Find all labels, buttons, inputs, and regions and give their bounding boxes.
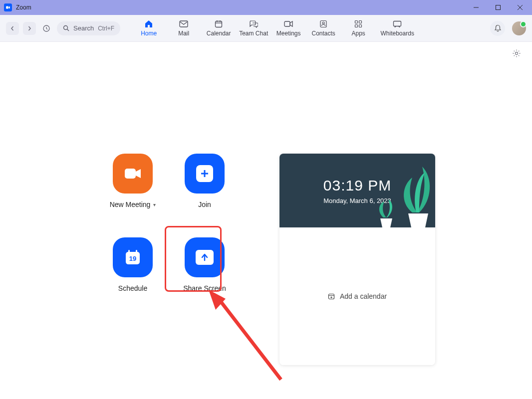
svg-rect-0 [6,6,8,9]
svg-rect-13 [284,21,290,26]
tab-whiteboards[interactable]: Whiteboards [376,17,419,39]
tab-meetings[interactable]: Meetings [271,17,306,39]
share-arrow-icon [196,250,214,265]
profile-avatar[interactable] [512,21,526,35]
history-button[interactable] [40,22,53,35]
schedule-label: Schedule [118,284,147,292]
video-camera-icon [123,166,143,181]
nav-back-button[interactable] [6,22,19,35]
chevron-down-icon[interactable]: ▾ [153,202,156,207]
svg-rect-2 [496,5,501,10]
svg-rect-16 [355,21,358,23]
join-label: Join [198,200,211,208]
gear-icon [512,49,521,58]
share-screen-action[interactable]: Share Screen [170,237,240,292]
svg-rect-28 [128,250,130,253]
minimize-button[interactable] [465,0,487,15]
svg-rect-19 [359,25,362,27]
calendar-panel: 03:19 PM Monday, March 6, 2023 Add a cal… [279,154,435,365]
whiteboard-icon [392,19,402,28]
tab-label: Contacts [312,30,335,37]
calendar-day-icon: 19 [123,247,143,267]
svg-line-31 [219,299,281,380]
schedule-tile: 19 [113,237,153,277]
tab-calendar[interactable]: Calendar [201,17,236,39]
title-bar: Zoom [0,0,532,15]
share-screen-label: Share Screen [183,284,226,292]
add-calendar-label: Add a calendar [340,292,387,300]
home-actions-grid: New Meeting ▾ Join 19 Schedule [98,154,240,292]
svg-rect-24 [125,169,136,179]
home-content: New Meeting ▾ Join 19 Schedule [0,42,532,399]
bell-icon [494,24,502,32]
tab-mail[interactable]: Mail [166,17,201,39]
plus-icon [196,165,213,182]
window-title: Zoom [16,4,465,11]
svg-point-15 [322,22,324,24]
search-placeholder: Search [73,24,94,32]
svg-text:19: 19 [129,255,136,262]
svg-rect-29 [136,250,137,253]
nav-forward-button[interactable] [23,22,36,35]
plant-decoration-icon [397,158,435,227]
tab-team-chat[interactable]: Team Chat [236,17,271,39]
mail-icon [179,19,189,28]
search-shortcut: Ctrl+F [98,25,114,32]
nav-tabs: Home Mail Calendar Team Chat Meetings Co… [131,17,419,39]
add-calendar-button[interactable]: Add a calendar [279,227,435,365]
tab-label: Home [141,30,157,37]
tab-label: Calendar [207,30,231,37]
tab-label: Mail [178,30,189,37]
tab-home[interactable]: Home [131,17,166,39]
new-meeting-action[interactable]: New Meeting ▾ [98,154,168,208]
svg-line-7 [67,29,69,31]
calendar-icon [214,19,224,28]
join-action[interactable]: Join [170,154,240,208]
plant-decoration-small-icon [373,198,398,227]
zoom-app-icon [4,3,12,11]
join-tile [185,154,225,194]
main-toolbar: Search Ctrl+F Home Mail Calendar Team Ch… [0,15,532,42]
share-screen-tile [185,237,225,277]
calendar-plus-icon [328,293,335,300]
svg-rect-17 [359,21,362,23]
tab-label: Meetings [276,30,301,37]
video-icon [283,19,293,28]
svg-point-23 [516,52,518,55]
home-icon [144,19,154,28]
notifications-button[interactable] [490,21,505,36]
chat-icon [249,19,259,28]
svg-rect-18 [355,25,358,27]
annotation-arrow [209,290,288,385]
new-meeting-label: New Meeting ▾ [110,200,156,208]
schedule-action[interactable]: 19 Schedule [98,237,168,292]
svg-marker-32 [209,290,226,310]
tab-label: Team Chat [239,30,268,37]
contacts-icon [318,19,328,28]
settings-button[interactable] [512,49,521,60]
tab-apps[interactable]: Apps [341,17,376,39]
svg-rect-20 [394,21,401,26]
svg-point-6 [64,26,68,30]
calendar-header: 03:19 PM Monday, March 6, 2023 [279,154,435,227]
tab-label: Whiteboards [381,30,414,37]
close-button[interactable] [509,0,531,15]
maximize-button[interactable] [487,0,509,15]
apps-icon [353,19,363,28]
calendar-time: 03:19 PM [323,177,391,194]
window-controls [465,0,531,15]
tab-contacts[interactable]: Contacts [306,17,341,39]
svg-rect-9 [216,21,222,27]
search-icon [63,25,69,31]
svg-rect-8 [180,21,188,27]
search-input[interactable]: Search Ctrl+F [57,21,120,35]
tab-label: Apps [352,30,365,37]
new-meeting-tile [113,154,153,194]
